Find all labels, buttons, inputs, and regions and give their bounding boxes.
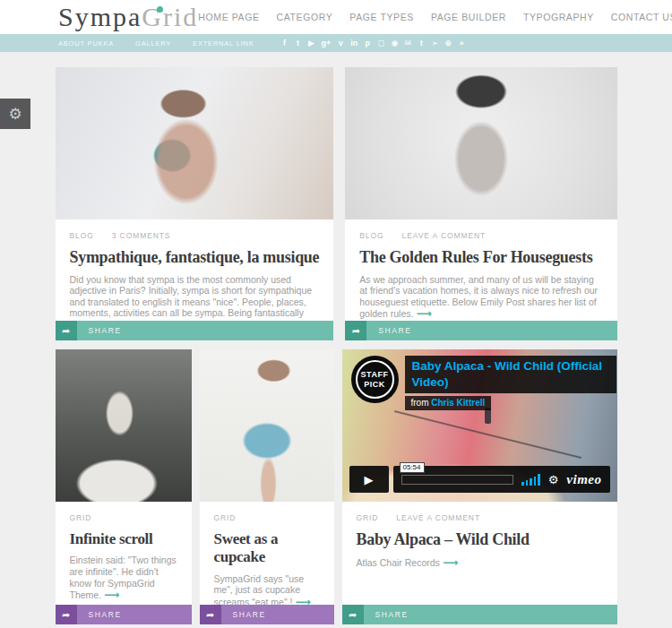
post-comments-link[interactable]: LEAVE A COMMENT bbox=[396, 513, 480, 522]
post-card: BLOG LEAVE A COMMENT The Golden Rules Fo… bbox=[345, 67, 616, 340]
nav-item-page-builder[interactable]: PAGE BUILDER bbox=[431, 12, 506, 22]
subnav-item-external-link[interactable]: EXTERNAL LINK bbox=[193, 39, 254, 47]
nav-item-typography[interactable]: TYPOGRAPHY bbox=[523, 12, 594, 22]
subnav-item-gallery[interactable]: GALLERY bbox=[135, 39, 171, 47]
paper-plane-icon[interactable]: ➢ bbox=[431, 39, 438, 47]
post-card: STAFF PICK Baby Alpaca - Wild Child (Off… bbox=[342, 349, 617, 624]
share-label: SHARE bbox=[89, 326, 122, 335]
post-card: GRID Infinite scroll Einstein said: "Two… bbox=[56, 349, 192, 624]
video-duration: 05:54 bbox=[400, 462, 425, 473]
post-excerpt: Did you know that sympa is the most comm… bbox=[70, 274, 320, 321]
theme-settings-toggle[interactable]: ⚙ bbox=[0, 99, 30, 129]
post-body: GRID Infinite scroll Einstein said: "Two… bbox=[56, 502, 192, 605]
video-player[interactable]: STAFF PICK Baby Alpaca - Wild Child (Off… bbox=[342, 349, 617, 502]
post-comments-link[interactable]: 3 COMMENTS bbox=[112, 231, 171, 240]
share-button[interactable]: ➦ SHARE bbox=[200, 605, 334, 624]
post-category-link[interactable]: BLOG bbox=[359, 231, 383, 240]
post-thumbnail[interactable] bbox=[56, 349, 192, 502]
post-excerpt: Atlas Chair Records⟶ bbox=[357, 556, 603, 569]
gear-icon: ⚙ bbox=[8, 105, 22, 124]
nav-item-home-page[interactable]: HOME PAGE bbox=[198, 12, 259, 22]
post-title[interactable]: Sweet as a cupcake bbox=[214, 530, 320, 567]
video-control-bar: 05:54 ⚙ vimeo bbox=[393, 466, 610, 493]
twitter-icon[interactable]: t bbox=[295, 39, 302, 47]
share-label: SHARE bbox=[375, 610, 409, 619]
logo-part-1: Sympa bbox=[58, 2, 142, 31]
read-more-arrow[interactable]: ⟶ bbox=[443, 556, 458, 569]
post-body: GRID LEAVE A COMMENT Baby Alpaca – Wild … bbox=[342, 502, 617, 605]
vimeo-icon[interactable]: v bbox=[337, 39, 344, 47]
dribbble-icon[interactable]: ◉ bbox=[391, 39, 398, 47]
google-plus-icon[interactable]: g+ bbox=[322, 39, 332, 47]
play-button[interactable]: ▶ bbox=[349, 466, 389, 493]
nav-item-category[interactable]: CATEGORY bbox=[277, 12, 333, 22]
facebook-icon[interactable]: f bbox=[281, 39, 289, 47]
post-category-link[interactable]: GRID bbox=[70, 513, 92, 522]
post-excerpt: As we approach summer, and many of us wi… bbox=[359, 274, 602, 321]
share-label: SHARE bbox=[89, 610, 122, 619]
email-icon[interactable]: ✉ bbox=[404, 39, 411, 47]
read-more-arrow[interactable]: ⟶ bbox=[295, 596, 310, 605]
share-button[interactable]: ➦ SHARE bbox=[342, 605, 617, 624]
video-title[interactable]: Baby Alpaca - Wild Child (Official Video… bbox=[405, 356, 616, 393]
share-arrow-icon: ➦ bbox=[342, 605, 364, 624]
rss-icon[interactable]: » bbox=[458, 39, 465, 47]
logo-part-2: Grid bbox=[142, 2, 198, 31]
post-title[interactable]: Sympathique, fantastique, la musique bbox=[70, 248, 320, 268]
linkedin-icon[interactable]: in bbox=[350, 39, 358, 47]
post-category-link[interactable]: GRID bbox=[357, 513, 379, 522]
post-category-link[interactable]: GRID bbox=[214, 513, 237, 522]
post-body: BLOG 3 COMMENTS Sympathique, fantastique… bbox=[56, 219, 334, 321]
share-button[interactable]: ➦ SHARE bbox=[56, 321, 334, 340]
post-thumbnail[interactable] bbox=[56, 67, 334, 219]
post-card: GRID Sweet as a cupcake SympaGrid says "… bbox=[200, 349, 334, 624]
globe-icon[interactable]: ⊕ bbox=[444, 39, 452, 47]
video-controls: ▶ 05:54 ⚙ vimeo bbox=[349, 466, 610, 493]
post-excerpt: SympaGrid says "use me", just as cupcake… bbox=[214, 573, 320, 605]
volume-icon[interactable] bbox=[521, 474, 540, 486]
logo-dot bbox=[157, 6, 163, 13]
share-button[interactable]: ➦ SHARE bbox=[56, 605, 192, 624]
video-settings-icon[interactable]: ⚙ bbox=[548, 474, 559, 486]
post-thumbnail[interactable] bbox=[345, 67, 616, 219]
post-category-link[interactable]: BLOG bbox=[70, 231, 94, 240]
video-author-link[interactable]: Chris Kittrell bbox=[431, 398, 485, 408]
post-body: GRID Sweet as a cupcake SympaGrid says "… bbox=[200, 502, 334, 605]
post-body: BLOG LEAVE A COMMENT The Golden Rules Fo… bbox=[345, 219, 616, 321]
video-timeline[interactable]: 05:54 bbox=[401, 475, 514, 485]
nav-item-contact-us[interactable]: CONTACT US bbox=[611, 12, 672, 22]
share-arrow-icon: ➦ bbox=[56, 321, 77, 340]
share-label: SHARE bbox=[378, 326, 411, 335]
post-title[interactable]: Infinite scroll bbox=[70, 530, 177, 548]
read-more-arrow[interactable]: ⟶ bbox=[104, 589, 119, 601]
post-title[interactable]: The Golden Rules For Houseguests bbox=[359, 248, 602, 268]
share-button[interactable]: ➦ SHARE bbox=[345, 321, 616, 340]
video-byline: from Chris Kittrell bbox=[405, 396, 492, 410]
secondary-nav: ABOUT PUKKAGALLERYEXTERNAL LINK bbox=[58, 39, 254, 47]
pinterest-icon[interactable]: p bbox=[364, 39, 371, 47]
secondary-bar: ABOUT PUKKAGALLERYEXTERNAL LINK ft▶g+vin… bbox=[0, 34, 672, 52]
site-header: SympaGrid HOME PAGECATEGORYPAGE TYPESPAG… bbox=[0, 0, 672, 34]
nav-item-page-types[interactable]: PAGE TYPES bbox=[349, 12, 414, 22]
youtube-icon[interactable]: ▶ bbox=[308, 39, 315, 47]
post-comments-link[interactable]: LEAVE A COMMENT bbox=[402, 231, 487, 240]
share-arrow-icon: ➦ bbox=[345, 321, 366, 340]
staff-pick-badge: STAFF PICK bbox=[351, 356, 399, 403]
read-more-arrow[interactable]: ⟶ bbox=[416, 307, 431, 320]
share-label: SHARE bbox=[233, 610, 266, 619]
site-logo[interactable]: SympaGrid bbox=[58, 4, 198, 30]
social-icons: ft▶g+vinp◻◉✉t➢⊕» bbox=[281, 39, 466, 47]
share-arrow-icon: ➦ bbox=[56, 605, 77, 624]
instagram-icon[interactable]: ◻ bbox=[377, 39, 384, 47]
post-card: BLOG 3 COMMENTS Sympathique, fantastique… bbox=[56, 67, 334, 340]
main-nav: HOME PAGECATEGORYPAGE TYPESPAGE BUILDERT… bbox=[198, 12, 672, 22]
vimeo-logo[interactable]: vimeo bbox=[566, 472, 601, 487]
play-icon: ▶ bbox=[365, 473, 374, 486]
post-excerpt: Einstein said: "Two things are infinite"… bbox=[70, 555, 177, 601]
subnav-item-about-pukka[interactable]: ABOUT PUKKA bbox=[58, 39, 114, 47]
tumblr-icon[interactable]: t bbox=[418, 39, 425, 47]
post-thumbnail[interactable] bbox=[200, 349, 334, 502]
share-arrow-icon: ➦ bbox=[200, 605, 221, 624]
posts-grid: BLOG 3 COMMENTS Sympathique, fantastique… bbox=[56, 52, 617, 624]
post-title[interactable]: Baby Alpaca – Wild Child bbox=[357, 530, 603, 550]
